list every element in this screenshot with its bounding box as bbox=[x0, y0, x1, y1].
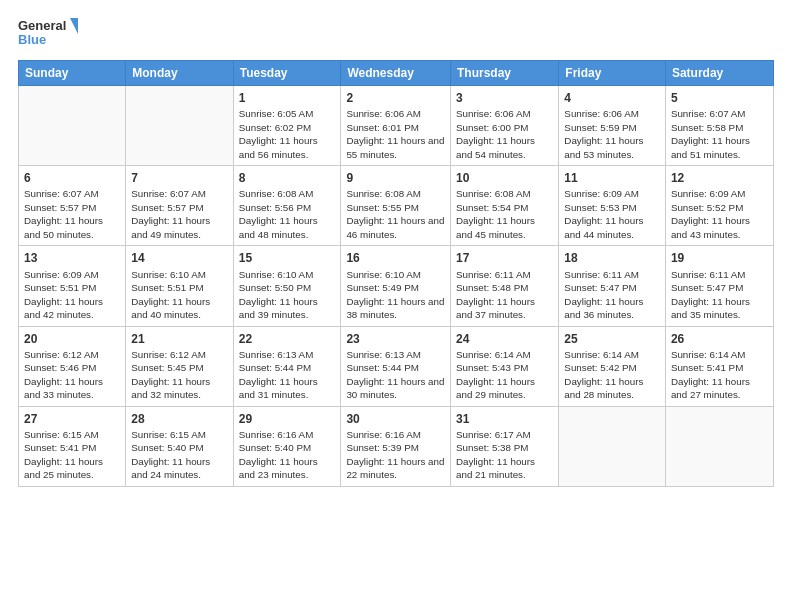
day-info: Sunrise: 6:17 AM Sunset: 5:38 PM Dayligh… bbox=[456, 429, 535, 481]
day-number: 20 bbox=[24, 331, 120, 347]
day-number: 4 bbox=[564, 90, 660, 106]
day-header-wednesday: Wednesday bbox=[341, 61, 451, 86]
calendar-day-cell: 6Sunrise: 6:07 AM Sunset: 5:57 PM Daylig… bbox=[19, 166, 126, 246]
day-info: Sunrise: 6:15 AM Sunset: 5:40 PM Dayligh… bbox=[131, 429, 210, 481]
day-header-friday: Friday bbox=[559, 61, 666, 86]
calendar-day-cell: 29Sunrise: 6:16 AM Sunset: 5:40 PM Dayli… bbox=[233, 406, 341, 486]
calendar-day-cell: 1Sunrise: 6:05 AM Sunset: 6:02 PM Daylig… bbox=[233, 86, 341, 166]
day-info: Sunrise: 6:13 AM Sunset: 5:44 PM Dayligh… bbox=[239, 349, 318, 401]
calendar-day-cell: 7Sunrise: 6:07 AM Sunset: 5:57 PM Daylig… bbox=[126, 166, 233, 246]
day-number: 8 bbox=[239, 170, 336, 186]
calendar-week-2: 6Sunrise: 6:07 AM Sunset: 5:57 PM Daylig… bbox=[19, 166, 774, 246]
day-number: 26 bbox=[671, 331, 768, 347]
day-number: 10 bbox=[456, 170, 553, 186]
day-header-monday: Monday bbox=[126, 61, 233, 86]
calendar-day-cell bbox=[665, 406, 773, 486]
day-number: 17 bbox=[456, 250, 553, 266]
calendar-day-cell: 10Sunrise: 6:08 AM Sunset: 5:54 PM Dayli… bbox=[451, 166, 559, 246]
calendar-day-cell: 12Sunrise: 6:09 AM Sunset: 5:52 PM Dayli… bbox=[665, 166, 773, 246]
day-number: 25 bbox=[564, 331, 660, 347]
day-number: 7 bbox=[131, 170, 227, 186]
day-number: 18 bbox=[564, 250, 660, 266]
calendar-day-cell bbox=[19, 86, 126, 166]
calendar-day-cell: 13Sunrise: 6:09 AM Sunset: 5:51 PM Dayli… bbox=[19, 246, 126, 326]
day-number: 5 bbox=[671, 90, 768, 106]
calendar-day-cell: 17Sunrise: 6:11 AM Sunset: 5:48 PM Dayli… bbox=[451, 246, 559, 326]
day-info: Sunrise: 6:14 AM Sunset: 5:43 PM Dayligh… bbox=[456, 349, 535, 401]
day-info: Sunrise: 6:12 AM Sunset: 5:45 PM Dayligh… bbox=[131, 349, 210, 401]
calendar-day-cell: 22Sunrise: 6:13 AM Sunset: 5:44 PM Dayli… bbox=[233, 326, 341, 406]
day-info: Sunrise: 6:10 AM Sunset: 5:50 PM Dayligh… bbox=[239, 269, 318, 321]
calendar-day-cell: 3Sunrise: 6:06 AM Sunset: 6:00 PM Daylig… bbox=[451, 86, 559, 166]
calendar-day-cell: 19Sunrise: 6:11 AM Sunset: 5:47 PM Dayli… bbox=[665, 246, 773, 326]
calendar-day-cell: 21Sunrise: 6:12 AM Sunset: 5:45 PM Dayli… bbox=[126, 326, 233, 406]
calendar-day-cell bbox=[126, 86, 233, 166]
day-number: 14 bbox=[131, 250, 227, 266]
day-number: 31 bbox=[456, 411, 553, 427]
day-number: 15 bbox=[239, 250, 336, 266]
day-info: Sunrise: 6:16 AM Sunset: 5:39 PM Dayligh… bbox=[346, 429, 444, 481]
day-number: 30 bbox=[346, 411, 445, 427]
day-number: 2 bbox=[346, 90, 445, 106]
day-info: Sunrise: 6:11 AM Sunset: 5:47 PM Dayligh… bbox=[564, 269, 643, 321]
day-info: Sunrise: 6:14 AM Sunset: 5:42 PM Dayligh… bbox=[564, 349, 643, 401]
day-number: 16 bbox=[346, 250, 445, 266]
day-number: 13 bbox=[24, 250, 120, 266]
day-info: Sunrise: 6:11 AM Sunset: 5:47 PM Dayligh… bbox=[671, 269, 750, 321]
day-info: Sunrise: 6:05 AM Sunset: 6:02 PM Dayligh… bbox=[239, 108, 318, 160]
calendar-day-cell: 24Sunrise: 6:14 AM Sunset: 5:43 PM Dayli… bbox=[451, 326, 559, 406]
day-info: Sunrise: 6:09 AM Sunset: 5:53 PM Dayligh… bbox=[564, 188, 643, 240]
day-info: Sunrise: 6:11 AM Sunset: 5:48 PM Dayligh… bbox=[456, 269, 535, 321]
day-number: 28 bbox=[131, 411, 227, 427]
calendar-day-cell: 31Sunrise: 6:17 AM Sunset: 5:38 PM Dayli… bbox=[451, 406, 559, 486]
calendar-day-cell: 20Sunrise: 6:12 AM Sunset: 5:46 PM Dayli… bbox=[19, 326, 126, 406]
calendar-day-cell: 27Sunrise: 6:15 AM Sunset: 5:41 PM Dayli… bbox=[19, 406, 126, 486]
logo-svg: General Blue bbox=[18, 16, 78, 52]
day-info: Sunrise: 6:12 AM Sunset: 5:46 PM Dayligh… bbox=[24, 349, 103, 401]
calendar-day-cell: 4Sunrise: 6:06 AM Sunset: 5:59 PM Daylig… bbox=[559, 86, 666, 166]
calendar-day-cell: 18Sunrise: 6:11 AM Sunset: 5:47 PM Dayli… bbox=[559, 246, 666, 326]
day-info: Sunrise: 6:10 AM Sunset: 5:51 PM Dayligh… bbox=[131, 269, 210, 321]
svg-text:General: General bbox=[18, 18, 66, 33]
calendar-day-cell: 9Sunrise: 6:08 AM Sunset: 5:55 PM Daylig… bbox=[341, 166, 451, 246]
day-info: Sunrise: 6:10 AM Sunset: 5:49 PM Dayligh… bbox=[346, 269, 444, 321]
day-info: Sunrise: 6:08 AM Sunset: 5:55 PM Dayligh… bbox=[346, 188, 444, 240]
calendar-day-cell bbox=[559, 406, 666, 486]
svg-marker-2 bbox=[70, 18, 78, 34]
calendar-week-5: 27Sunrise: 6:15 AM Sunset: 5:41 PM Dayli… bbox=[19, 406, 774, 486]
calendar-day-cell: 5Sunrise: 6:07 AM Sunset: 5:58 PM Daylig… bbox=[665, 86, 773, 166]
calendar-week-4: 20Sunrise: 6:12 AM Sunset: 5:46 PM Dayli… bbox=[19, 326, 774, 406]
calendar-week-1: 1Sunrise: 6:05 AM Sunset: 6:02 PM Daylig… bbox=[19, 86, 774, 166]
day-number: 21 bbox=[131, 331, 227, 347]
day-number: 11 bbox=[564, 170, 660, 186]
day-info: Sunrise: 6:16 AM Sunset: 5:40 PM Dayligh… bbox=[239, 429, 318, 481]
calendar-day-cell: 23Sunrise: 6:13 AM Sunset: 5:44 PM Dayli… bbox=[341, 326, 451, 406]
day-info: Sunrise: 6:09 AM Sunset: 5:52 PM Dayligh… bbox=[671, 188, 750, 240]
day-number: 22 bbox=[239, 331, 336, 347]
day-info: Sunrise: 6:06 AM Sunset: 6:00 PM Dayligh… bbox=[456, 108, 535, 160]
day-header-saturday: Saturday bbox=[665, 61, 773, 86]
day-number: 19 bbox=[671, 250, 768, 266]
day-info: Sunrise: 6:14 AM Sunset: 5:41 PM Dayligh… bbox=[671, 349, 750, 401]
calendar-table: SundayMondayTuesdayWednesdayThursdayFrid… bbox=[18, 60, 774, 487]
day-number: 3 bbox=[456, 90, 553, 106]
day-header-thursday: Thursday bbox=[451, 61, 559, 86]
day-info: Sunrise: 6:08 AM Sunset: 5:54 PM Dayligh… bbox=[456, 188, 535, 240]
day-info: Sunrise: 6:07 AM Sunset: 5:57 PM Dayligh… bbox=[24, 188, 103, 240]
day-header-tuesday: Tuesday bbox=[233, 61, 341, 86]
day-header-sunday: Sunday bbox=[19, 61, 126, 86]
calendar-day-cell: 30Sunrise: 6:16 AM Sunset: 5:39 PM Dayli… bbox=[341, 406, 451, 486]
day-number: 9 bbox=[346, 170, 445, 186]
day-info: Sunrise: 6:08 AM Sunset: 5:56 PM Dayligh… bbox=[239, 188, 318, 240]
day-info: Sunrise: 6:07 AM Sunset: 5:58 PM Dayligh… bbox=[671, 108, 750, 160]
day-number: 6 bbox=[24, 170, 120, 186]
day-number: 1 bbox=[239, 90, 336, 106]
day-info: Sunrise: 6:15 AM Sunset: 5:41 PM Dayligh… bbox=[24, 429, 103, 481]
calendar-day-cell: 16Sunrise: 6:10 AM Sunset: 5:49 PM Dayli… bbox=[341, 246, 451, 326]
day-info: Sunrise: 6:06 AM Sunset: 6:01 PM Dayligh… bbox=[346, 108, 444, 160]
day-number: 23 bbox=[346, 331, 445, 347]
day-number: 12 bbox=[671, 170, 768, 186]
day-info: Sunrise: 6:13 AM Sunset: 5:44 PM Dayligh… bbox=[346, 349, 444, 401]
calendar-day-cell: 26Sunrise: 6:14 AM Sunset: 5:41 PM Dayli… bbox=[665, 326, 773, 406]
calendar-header-row: SundayMondayTuesdayWednesdayThursdayFrid… bbox=[19, 61, 774, 86]
